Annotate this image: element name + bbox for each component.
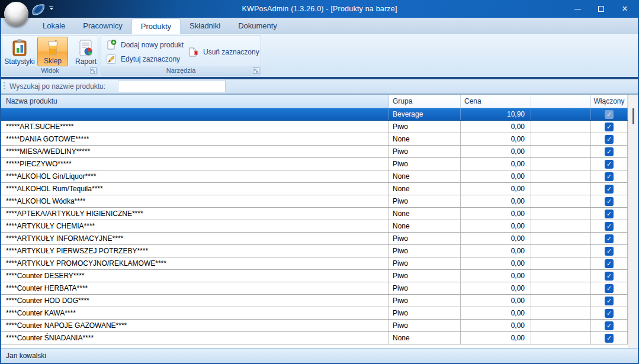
cell-blank <box>531 195 591 207</box>
enabled-checkbox[interactable]: ✓ <box>605 272 614 281</box>
edytuj-zaznaczony-button[interactable]: Edytuj zaznaczony <box>106 54 180 65</box>
table-row[interactable]: ****ARTYKUŁY PIERWSZEJ POTRZEBY**** Piwo… <box>1 245 638 257</box>
table-row[interactable]: ****ALKOHOL Gin/Liquor**** None 0,00 ✓ <box>1 170 638 183</box>
search-input[interactable] <box>118 80 226 92</box>
table-row[interactable]: ****ARTYKUŁY PROMOCYJNO/REKLAMOWE**** Pi… <box>1 257 638 270</box>
column-header-cena[interactable]: Cena <box>461 95 531 108</box>
enabled-checkbox[interactable]: ✓ <box>605 185 614 194</box>
minimize-button[interactable] <box>566 0 589 18</box>
dialog-launcher-widok[interactable] <box>90 67 97 74</box>
table-row[interactable]: Beverage 10,90 ✓ <box>1 108 638 121</box>
tab-pracownicy[interactable]: Pracownicy <box>74 18 131 34</box>
table-row[interactable]: *****DANIA GOTOWE***** None 0,00 ✓ <box>1 133 638 146</box>
cell-nazwa-produktu: ****ARTYKUŁY PROMOCYJNO/REKLAMOWE**** <box>1 257 389 269</box>
tab-produkty[interactable]: Produkty <box>131 18 181 34</box>
enabled-checkbox[interactable]: ✓ <box>605 222 614 231</box>
table-row[interactable]: ****Counter KAWA**** Piwo 0,00 ✓ <box>1 307 638 320</box>
cell-grupa: Piwo <box>389 195 461 207</box>
search-toolbar-band: Wyszukaj po nazwie produktu: <box>1 79 638 95</box>
cell-nazwa-produktu: ****ARTYKUŁY PIERWSZEJ POTRZEBY**** <box>1 245 389 257</box>
cell-wlaczony: ✓ <box>591 108 628 120</box>
column-header-nazwa-produktu[interactable]: Nazwa produktu <box>1 95 389 108</box>
cell-cena: 10,90 <box>461 108 531 120</box>
cell-nazwa-produktu: ****ALKOHOL Gin/Liquor**** <box>1 170 389 182</box>
tab-lokale[interactable]: Lokale <box>34 18 74 34</box>
sklep-button[interactable]: Sklep <box>37 37 68 66</box>
cell-wlaczony: ✓ <box>591 220 628 232</box>
tab-label: Pracownicy <box>83 21 122 30</box>
statystyki-button[interactable]: Statystyki <box>4 37 35 66</box>
cell-nazwa-produktu: ****ARTYKUŁY INFORMACYJNE**** <box>1 233 389 244</box>
table-row[interactable]: ****ALKOHOL Rum/Tequila**** None 0,00 ✓ <box>1 183 638 195</box>
enabled-checkbox[interactable]: ✓ <box>605 309 614 318</box>
column-header-grupa[interactable]: Grupa <box>389 95 461 108</box>
application-orb-button[interactable] <box>4 2 28 26</box>
cell-wlaczony: ✓ <box>591 233 628 244</box>
enabled-checkbox[interactable]: ✓ <box>605 135 614 144</box>
table-row[interactable]: ****Counter HERBATA**** Piwo 0,00 ✓ <box>1 282 638 295</box>
table-row[interactable]: ****ALKOHOL Wódka**** Piwo 0,00 ✓ <box>1 195 638 208</box>
cell-blank <box>531 220 591 232</box>
cell-grupa: Piwo <box>389 257 461 269</box>
quick-access-bar-icon <box>49 7 53 7</box>
table-row[interactable]: *****PIECZYWO***** Piwo 0,00 ✓ <box>1 158 638 170</box>
column-header-wlaczony[interactable]: Włączony <box>591 95 628 108</box>
cell-nazwa-produktu: *****DANIA GOTOWE***** <box>1 133 389 145</box>
vertical-scrollbar[interactable] <box>628 95 638 348</box>
enabled-checkbox[interactable]: ✓ <box>605 160 614 169</box>
cell-wlaczony: ✓ <box>591 307 628 319</box>
dialog-launcher-narzedzia[interactable] <box>253 67 259 74</box>
statistics-icon <box>10 38 29 57</box>
table-row[interactable]: ****Counter NAPOJE GAZOWANE**** Piwo 0,0… <box>1 320 638 332</box>
enabled-checkbox[interactable]: ✓ <box>605 172 614 181</box>
cell-wlaczony: ✓ <box>591 146 628 157</box>
scrollbar-thumb[interactable] <box>632 108 634 124</box>
cell-cena: 0,00 <box>461 133 531 145</box>
usun-zaznaczony-button[interactable]: Usuń zaznaczony <box>188 47 259 57</box>
enabled-checkbox[interactable]: ✓ <box>605 147 614 156</box>
raport-button[interactable]: Raport <box>70 37 101 66</box>
table-row[interactable]: ****ARTYKUŁY INFORMACYJNE**** Piwo 0,00 … <box>1 233 638 245</box>
table-row[interactable]: *****MIESA/WEDLINY***** Piwo 0,00 ✓ <box>1 146 638 158</box>
enabled-checkbox[interactable]: ✓ <box>605 284 614 293</box>
cell-grupa: Piwo <box>389 282 461 294</box>
close-icon: × <box>622 4 627 14</box>
cell-blank <box>531 158 591 170</box>
table-row[interactable]: ****Counter ŚNIADANIA**** None 0,00 ✓ <box>1 332 638 344</box>
table-row[interactable]: ****Counter DESERY**** Piwo 0,00 ✓ <box>1 270 638 282</box>
cell-blank <box>531 121 591 133</box>
cell-wlaczony: ✓ <box>591 170 628 182</box>
enabled-checkbox[interactable]: ✓ <box>605 123 614 131</box>
table-row[interactable]: ****Counter HOD DOG**** Piwo 0,00 ✓ <box>1 295 638 307</box>
enabled-checkbox[interactable]: ✓ <box>605 247 614 256</box>
maximize-button[interactable] <box>589 0 613 18</box>
enabled-checkbox[interactable]: ✓ <box>605 110 614 119</box>
enabled-checkbox[interactable]: ✓ <box>605 234 614 243</box>
tab-dokumenty[interactable]: Dokumenty <box>229 18 286 34</box>
cell-grupa: None <box>389 183 461 195</box>
enabled-checkbox[interactable]: ✓ <box>605 297 614 305</box>
enabled-checkbox[interactable]: ✓ <box>605 334 614 343</box>
cell-nazwa-produktu: ****ALKOHOL Rum/Tequila**** <box>1 183 389 195</box>
toolbar-grip-icon[interactable] <box>4 82 5 91</box>
table-row[interactable]: ****APTEKA/ARTYKUŁY HIGIENICZNE**** None… <box>1 208 638 220</box>
cell-blank <box>531 282 591 294</box>
cell-wlaczony: ✓ <box>591 282 628 294</box>
products-table: Nazwa produktu Grupa Cena Włączony Bever… <box>1 95 638 348</box>
cell-blank <box>531 295 591 307</box>
enabled-checkbox[interactable]: ✓ <box>605 197 614 206</box>
cell-nazwa-produktu: ****Counter DESERY**** <box>1 270 389 282</box>
quick-access-dropdown[interactable] <box>49 7 54 10</box>
enabled-checkbox[interactable]: ✓ <box>605 259 614 268</box>
enabled-checkbox[interactable]: ✓ <box>605 210 614 218</box>
column-label: Nazwa produktu <box>6 97 57 105</box>
close-button[interactable]: × <box>613 0 637 18</box>
dodaj-nowy-produkt-button[interactable]: Dodaj nowy produkt <box>106 40 184 50</box>
table-row[interactable]: ****ARTYKUŁY CHEMIA**** None 0,00 ✓ <box>1 220 638 233</box>
tab-skladniki[interactable]: Składniki <box>181 18 229 34</box>
cell-nazwa-produktu: ****Counter HERBATA**** <box>1 282 389 294</box>
enabled-checkbox[interactable]: ✓ <box>605 321 614 330</box>
column-header-blank[interactable] <box>531 95 591 108</box>
group-caption-narzedzia: Narzędzia <box>101 66 261 75</box>
table-row[interactable]: *****ART.SUCHE***** Piwo 0,00 ✓ <box>1 121 638 133</box>
